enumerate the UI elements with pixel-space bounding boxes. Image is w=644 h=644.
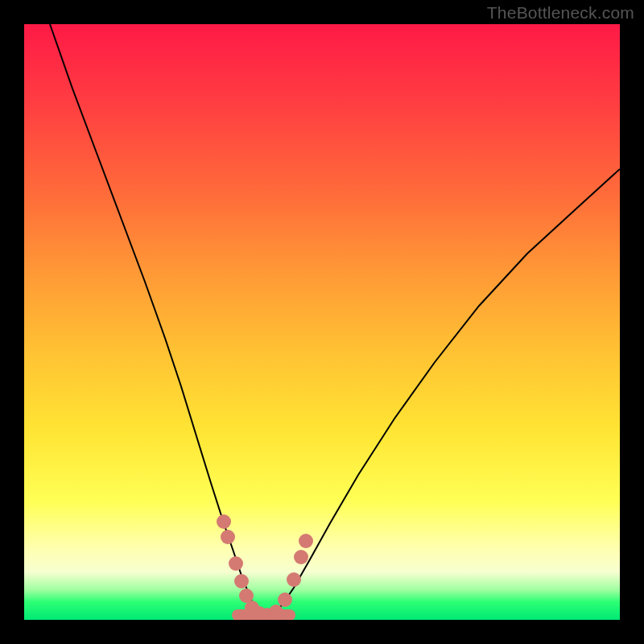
marker-dot	[294, 550, 308, 564]
plot-area	[24, 24, 620, 620]
marker-dot	[229, 556, 243, 571]
marker-dot	[299, 534, 313, 548]
marker-dot	[221, 530, 235, 544]
marker-dot	[234, 574, 249, 588]
marker-dot	[278, 592, 292, 607]
watermark-text: TheBottleneck.com	[487, 3, 634, 23]
right-curve	[274, 169, 620, 613]
marker-dot	[217, 514, 231, 529]
marker-dot	[287, 572, 301, 587]
marker-dot	[269, 605, 283, 619]
salmon-dots	[217, 514, 313, 620]
curve-layer	[24, 24, 620, 620]
chart-frame: TheBottleneck.com	[0, 0, 644, 644]
